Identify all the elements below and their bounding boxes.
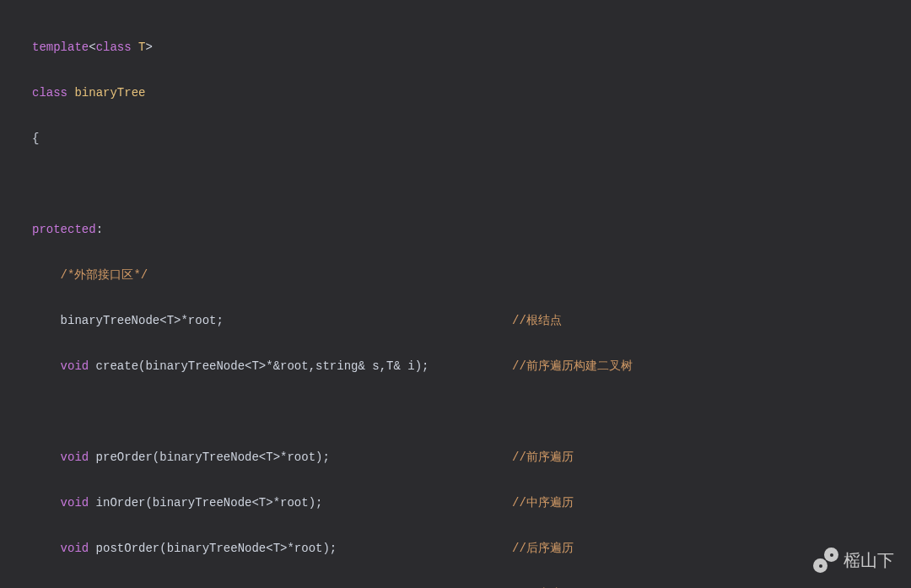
code-line: protected: (32, 218, 911, 241)
blank-line (32, 401, 911, 423)
code-line: void preOrder(binaryTreeNode<T>*root);//… (32, 446, 911, 469)
func-decl: postOrder(binaryTreeNode<T>*root); (89, 542, 337, 555)
line-comment: //中序遍历 (512, 492, 574, 515)
code-line: void postOrder(binaryTreeNode<T>*root);/… (32, 537, 911, 560)
func-decl: create(binaryTreeNode<T>*&root,string& s… (89, 359, 429, 373)
keyword-template: template (32, 40, 89, 54)
code-block: template<class T> class binaryTree { pro… (0, 0, 911, 588)
keyword-void: void (61, 496, 89, 510)
line-comment: //层序遍历 (512, 583, 574, 588)
wechat-icon (813, 548, 838, 573)
func-decl: inOrder(binaryTreeNode<T>*root); (89, 496, 322, 510)
func-decl: preOrder(binaryTreeNode<T>*root); (89, 450, 330, 464)
code-line: class binaryTree (32, 82, 911, 105)
keyword-void: void (61, 542, 89, 555)
code-line: void levelTraversal(binaryTreeNode<T>*ro… (32, 583, 911, 588)
member-decl: binaryTreeNode<T>*root; (61, 314, 224, 327)
line-comment: //前序遍历构建二叉树 (512, 355, 633, 378)
class-name: binaryTree (74, 86, 145, 100)
keyword-void: void (61, 359, 89, 373)
keyword-void: void (61, 450, 89, 464)
code-line: void inOrder(binaryTreeNode<T>*root);//中… (32, 492, 911, 515)
keyword-class: class (96, 40, 132, 54)
watermark: 榣山下 (813, 548, 894, 573)
code-line: binaryTreeNode<T>*root;//根结点 (32, 310, 911, 332)
line-comment: //后序遍历 (512, 537, 574, 560)
blank-line (32, 173, 911, 196)
code-line: { (32, 127, 911, 150)
line-comment: //根结点 (512, 310, 562, 332)
line-comment: //前序遍历 (512, 446, 574, 469)
keyword-protected: protected (32, 223, 96, 236)
code-line: template<class T> (32, 36, 911, 59)
keyword-class: class (32, 86, 67, 100)
block-comment: /*外部接口区*/ (61, 268, 148, 282)
watermark-text: 榣山下 (844, 549, 894, 572)
code-line: void create(binaryTreeNode<T>*&root,stri… (32, 355, 911, 378)
code-line: /*外部接口区*/ (32, 264, 911, 287)
